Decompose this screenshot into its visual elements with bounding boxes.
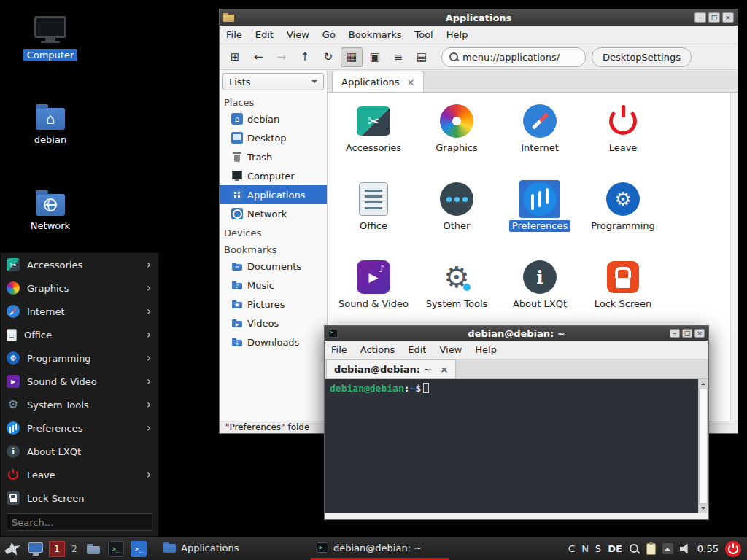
scrollbar-thumb[interactable] [699,389,708,504]
clipboard-tray-icon[interactable] [646,543,656,555]
menu-help[interactable]: Help [440,26,475,44]
icon-view-button[interactable] [341,47,363,67]
app-item-office[interactable]: Office [334,180,413,258]
forward-button[interactable] [271,47,293,67]
menu-go[interactable]: Go [316,26,342,44]
menu-item-system-tools[interactable]: System Tools › [1,393,158,416]
quicklaunch-terminal[interactable] [107,540,125,559]
place-desktop[interactable]: Desktop [220,128,327,147]
menu-tool[interactable]: Tool [408,26,439,44]
minimize-button[interactable]: – [670,329,680,338]
close-button[interactable]: × [722,12,734,23]
menu-help[interactable]: Help [468,341,503,359]
menu-item-lock-screen[interactable]: Lock Screen [1,486,158,510]
menu-item-sound-video[interactable]: Sound & Video › [1,370,158,393]
up-button[interactable] [294,47,316,67]
new-tab-button[interactable] [224,47,246,67]
scroll-up-icon[interactable] [699,379,708,389]
bookmark-pictures[interactable]: Pictures [220,295,327,314]
close-button[interactable]: × [694,329,705,338]
tab-applications[interactable]: Applications × [332,71,424,92]
app-item-programming[interactable]: Programming [584,180,662,258]
menu-item-accessories[interactable]: Accessories › [1,253,158,276]
app-item-lock-screen[interactable]: Lock Screen [584,258,662,336]
show-desktop-button[interactable] [26,540,45,559]
menu-item-graphics[interactable]: Graphics › [1,276,158,300]
menu-item-internet[interactable]: Internet › [1,300,158,323]
app-item-preferences[interactable]: Preferences [500,180,579,258]
terminal-screen[interactable]: debian@debian:~$ [325,379,698,513]
updates-tray-icon[interactable] [662,543,673,554]
terminal-tab-bar: debian@debian: ~ × [325,359,708,379]
scroll-down-icon[interactable] [699,504,708,513]
workspace-1-button[interactable]: 1 [49,541,65,557]
sidebar-mode-select[interactable]: Lists [222,73,324,90]
place-applications[interactable]: Applications [220,185,327,204]
bookmark-videos[interactable]: Videos [220,314,327,332]
power-button[interactable] [725,541,741,557]
app-item-leave[interactable]: Leave [584,102,662,180]
tab-close-icon[interactable]: × [406,77,414,88]
compact-view-button[interactable] [387,47,409,67]
menu-edit[interactable]: Edit [401,341,433,359]
bookmark-music[interactable]: Music [220,276,327,295]
place-trash[interactable]: Trash [220,147,327,166]
menu-item-about-lxqt[interactable]: About LXQt [1,440,158,463]
maximize-button[interactable]: □ [682,329,692,338]
menu-item-office[interactable]: Office › [1,323,158,346]
menu-search-input[interactable] [7,513,152,531]
terminal-tab[interactable]: debian@debian: ~ × [326,359,456,378]
place-network[interactable]: Network [220,204,327,223]
taskbutton-terminal[interactable]: debian@debian: ~ [311,537,449,560]
refresh-button[interactable] [317,47,339,67]
thumbnail-view-button[interactable] [364,47,386,67]
app-item-about-lxqt[interactable]: About LXQt [500,258,579,336]
magnifier-tray-icon[interactable] [629,543,640,554]
maximize-button[interactable]: □ [708,12,720,23]
desktop-icon-computer[interactable]: Computer [12,16,88,61]
main-menu-button[interactable] [2,539,23,559]
address-bar[interactable]: menu://applications/ [441,47,586,67]
vertical-scrollbar[interactable] [730,93,738,421]
app-item-system-tools[interactable]: System Tools [417,258,496,336]
submenu-arrow-icon: › [147,258,151,271]
clock[interactable]: 0:55 [697,543,719,554]
menu-bookmarks[interactable]: Bookmarks [342,26,409,44]
workspace-2-button[interactable]: 2 [69,541,80,557]
place-computer[interactable]: Computer [220,166,327,185]
menu-edit[interactable]: Edit [249,26,280,44]
app-item-sound-video[interactable]: Sound & Video [334,258,413,336]
detailed-view-button[interactable] [411,47,433,67]
preferences-icon [7,421,20,435]
desktop-icon-network[interactable]: Network [12,188,88,232]
bookmark-downloads[interactable]: Downloads [220,332,327,351]
volume-tray-icon[interactable] [680,544,691,554]
file-manager-titlebar[interactable]: Applications – □ × [220,9,738,26]
desktop-icon-debian[interactable]: ⌂ debian [12,102,88,146]
menu-item-leave[interactable]: Leave › [1,463,158,486]
terminal-titlebar[interactable]: debian@debian: ~ – □ × [325,326,708,341]
app-item-internet[interactable]: Internet [500,102,579,180]
app-item-other[interactable]: Other [417,180,496,258]
menu-item-preferences[interactable]: Preferences › [1,416,158,440]
minimize-button[interactable]: – [694,12,706,23]
menu-file[interactable]: File [220,26,249,44]
app-item-graphics[interactable]: Graphics [417,102,496,180]
place-debian[interactable]: debian [220,109,327,128]
bookmark-documents[interactable]: Documents [220,257,327,276]
desktop-settings-button[interactable]: DesktopSettings [592,47,692,67]
app-item-accessories[interactable]: Accessories [334,102,413,180]
lock-icon [607,261,639,293]
tab-close-icon[interactable]: × [440,364,448,375]
quicklaunch-file-manager[interactable] [84,540,103,559]
quicklaunch-editor[interactable] [129,540,148,559]
terminal-scrollbar[interactable] [698,379,708,513]
keyboard-layout-indicator[interactable]: DE [608,543,622,554]
menu-file[interactable]: File [325,341,354,359]
back-button[interactable] [247,47,269,67]
menu-item-programming[interactable]: Programming › [1,346,158,370]
menu-actions[interactable]: Actions [354,341,402,359]
menu-view[interactable]: View [280,26,316,44]
menu-view[interactable]: View [433,341,468,359]
taskbutton-applications[interactable]: Applications [158,537,307,560]
